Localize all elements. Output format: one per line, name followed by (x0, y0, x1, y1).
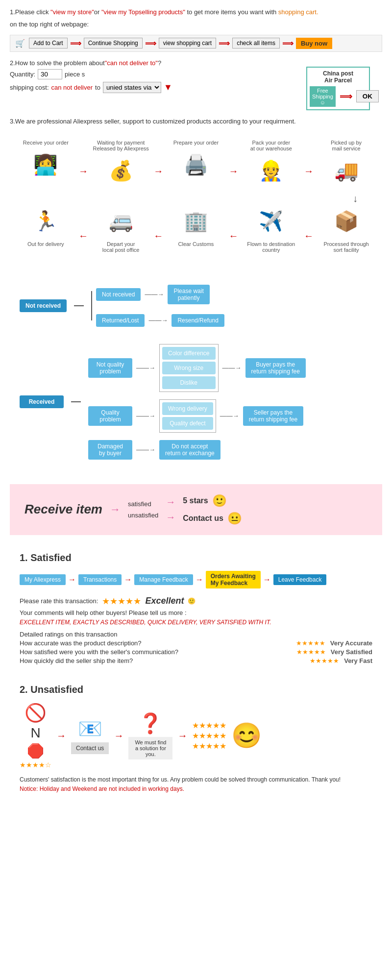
step-arrow-s3: → (196, 575, 203, 584)
pink-arrows-col: → → (166, 496, 175, 523)
step-pack-icon: 👷 (251, 154, 291, 188)
quality-defect-box: Quality defect (162, 417, 213, 430)
quantity-input[interactable] (38, 69, 62, 79)
section3-text: 3.We are professional Aliexpress seller,… (10, 118, 382, 125)
arrow-nq: ——→ (136, 364, 155, 371)
orders-awaiting-step: Orders AwaitingMy Feedback (206, 571, 261, 588)
question-icon: ❓ (138, 712, 163, 735)
comment-example: EXCELLENT ITEM, EXACTLY AS DESCRIBED, QU… (20, 619, 372, 626)
damaged-box: Damagedby buyer (88, 440, 132, 460)
add-to-cart-button[interactable]: Add to Cart (29, 38, 68, 49)
satisfied-label: satisfied (128, 500, 158, 508)
damaged-branch: Damagedby buyer ——→ Do not acceptreturn … (88, 440, 306, 460)
section-2: 2.How to solve the problem about"can not… (10, 59, 382, 110)
neutral-emoji: 😐 (227, 512, 242, 525)
step-pickup: Picked up bymail service 🚚 (317, 140, 376, 188)
step-post-office-icon: 🚐 (101, 204, 141, 239)
results-column: 5 stars 🙂 Contact us 😐 (183, 494, 242, 525)
section-1: 1.Please click "view my store"or "view m… (10, 7, 382, 52)
rating-ship-row: How quickly did the seller ship the item… (20, 657, 372, 664)
arrow-nr-2: ——→ (148, 317, 168, 324)
piece-label: piece s (65, 71, 85, 78)
not-received-section: Not received Not received ——→ Please wai… (20, 285, 372, 327)
view-store-link[interactable]: "view my store" (50, 8, 94, 16)
shopping-cart-text: shopping cart. (278, 8, 318, 16)
received-branches: Not qualityproblem ——→ Color difference … (88, 344, 306, 460)
dislike-box: Dislike (162, 376, 216, 389)
step-arrow-4: → (304, 166, 314, 177)
continue-shopping-button[interactable]: Continue Shopping (84, 38, 143, 49)
v-connector-1 (91, 291, 92, 320)
step-arrow-3: → (229, 166, 239, 177)
contact-us-box[interactable]: Contact us (71, 742, 109, 754)
unsatisfied-section: 2. Unsatisfied 🚫 N 🛑 ★★★★☆ → 📧 Contact u… (10, 677, 382, 800)
result-star-row-2: ★★★★★ (192, 731, 226, 740)
please-wait-box: Please waitpatiently (168, 285, 209, 304)
five-stars-row: 5 stars 🙂 (183, 494, 242, 508)
arrow-1: ⟹ (70, 39, 81, 48)
pink-receive-section: Receive item → satisfied unsatisfied → →… (10, 484, 382, 535)
excellent-emoji: 🙂 (188, 597, 196, 605)
received-main-box: Received (20, 395, 64, 408)
satisfaction-column: satisfied unsatisfied (128, 500, 158, 519)
stop-emoji: 🛑 (27, 743, 44, 759)
step-sort-icon: 📦 (327, 204, 366, 239)
rate-label: Please rate this transaction: (20, 597, 98, 605)
ok-button[interactable]: OK (356, 90, 379, 102)
dropdown-arrow[interactable]: ▼ (164, 82, 172, 93)
nr-branch-2: Returned/Lost ——→ Resend/Refund (96, 314, 224, 327)
received-section: Received Not qualityproblem ——→ Color di… (20, 344, 372, 460)
unsatisfied-title: 2. Unsatisfied (20, 684, 372, 695)
step-receive-icon: 👩‍💻 (26, 148, 65, 182)
arrow-2: ⟹ (145, 39, 156, 48)
wrong-delivery-box: Wrong delivery (162, 402, 213, 415)
free-shipping-badge: FreeShipping☺ (310, 86, 336, 107)
detailed-ratings-title: Detailed ratings on this transaction (20, 631, 372, 638)
steps-bar: My Aliexpress → Transactions → Manage Fe… (20, 571, 372, 588)
rating-communication-value: Very Satisfied (331, 648, 372, 656)
contact-us-text: Contact us (183, 514, 223, 523)
nr-branch-items: Not received ——→ Please waitpatiently Re… (96, 285, 224, 327)
buy-now-button[interactable]: Buy now (296, 38, 332, 49)
process-row-bottom: 🏃 Out for delivery ← 🚐 Depart yourlocal … (15, 204, 377, 253)
transactions-step: Transactions (78, 574, 122, 585)
section2-left: Quantity: piece s shipping cost: can not… (10, 67, 284, 96)
country-select[interactable]: unied states via (103, 82, 161, 93)
not-quality-branch: Not qualityproblem ——→ Color difference … (88, 344, 306, 392)
step-post-office-label: Depart yourlocal post office (92, 241, 150, 253)
step-arrow-s4: → (263, 575, 271, 584)
no-return-box: Do not acceptreturn or exchange (159, 440, 220, 460)
step-arrow-s1: → (68, 575, 76, 584)
no-stop-icons: 🚫 N 🛑 ★★★★☆ (20, 703, 51, 769)
rating-description-row: How accurate was the product description… (20, 639, 372, 647)
wrong-size-box: Wrong size (162, 362, 216, 374)
h-line-1 (74, 305, 84, 306)
step-sort-label: Processed throughsort facility (317, 241, 376, 253)
step-prepare: Prepare your order 🖨️ (167, 140, 225, 182)
check-all-items-button[interactable]: check all items (232, 38, 280, 49)
view-shopping-cart-button[interactable]: view shopping cart (159, 38, 216, 49)
step-customs-icon: 🏢 (176, 204, 216, 239)
shipping-label: shipping cost: (10, 84, 49, 91)
view-topselling-link[interactable]: "view my Topselling products" (101, 8, 185, 16)
step-sort: 📦 Processed throughsort facility (317, 204, 376, 253)
leave-feedback-step: Leave Feedback (273, 574, 327, 585)
step-plane-label: Flown to destinationcountry (242, 241, 300, 253)
cannot-deliver-label: can not deliver (51, 84, 93, 91)
unsat-flow: 🚫 N 🛑 ★★★★☆ → 📧 Contact us → ❓ We must (20, 703, 372, 769)
buyer-pays-box: Buyer pays thereturn shipping fee (245, 358, 306, 378)
to-text: to (95, 84, 100, 91)
q-sub-boxes: Wrong delivery Quality defect (159, 399, 216, 433)
pink-arrow-3: → (166, 512, 175, 523)
step-customs: 🏢 Clear Customs (167, 204, 225, 247)
manage-feedback-step: Manage Feedback (134, 574, 193, 585)
unsat-arrow-1: → (56, 730, 66, 741)
step-arrow-1: → (78, 166, 88, 177)
rating-communication-row: How satisfied were you with the seller's… (20, 648, 372, 656)
find-solution-box: We must finda solution foryou. (128, 737, 172, 760)
step-receive-order: Receive your order 👩‍💻 (16, 140, 75, 182)
result-star-row-1: ★★★★★ (192, 721, 226, 730)
unsat-stars-1: ★★★★☆ (20, 761, 51, 769)
step-out-delivery: 🏃 Out for delivery (16, 204, 75, 247)
question-col: ❓ We must finda solution foryou. (128, 712, 172, 760)
